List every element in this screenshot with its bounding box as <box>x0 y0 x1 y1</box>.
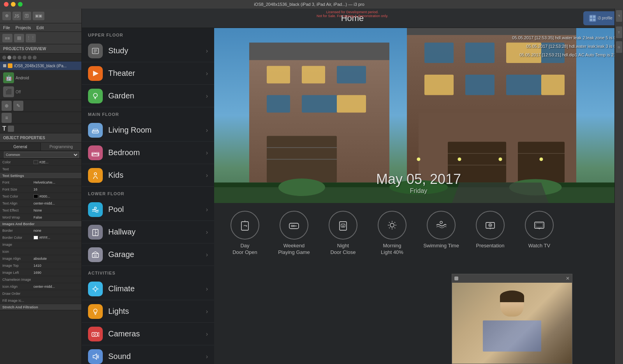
project-item[interactable]: iOS8_2048x1536_black (iPa... <box>0 61 81 70</box>
tab-programming[interactable]: Programming <box>41 143 81 150</box>
svg-rect-71 <box>241 222 248 230</box>
tool-icon-a[interactable]: ⊕ <box>2 101 12 111</box>
obj-props-title: OBJECT PROPERTIES <box>3 136 45 140</box>
tool-icon-b[interactable]: ✎ <box>13 101 23 111</box>
living-room-chevron: › <box>206 127 208 134</box>
tab-circle-3[interactable] <box>12 56 16 60</box>
scene-weekend-playing[interactable]: WeekendPlaying Game <box>273 211 315 256</box>
tab-general[interactable]: General <box>0 143 41 150</box>
menu-edit[interactable]: Edit <box>36 25 44 30</box>
svg-point-69 <box>499 158 502 161</box>
right-panel-btn-3[interactable]: G <box>616 41 622 53</box>
nav-item-hallway[interactable]: Hallway › <box>82 221 214 243</box>
right-panel-btn-1[interactable]: P <box>616 10 622 22</box>
window-title: iOS8_2048x1536_black (iPad 3, iPad Air, … <box>254 2 364 7</box>
profile-button[interactable]: i3 profile <box>583 11 618 25</box>
svg-point-64 <box>278 178 325 196</box>
text-tool[interactable] <box>8 126 14 132</box>
video-close-btn[interactable]: ✕ <box>566 276 570 281</box>
ide-tool-1[interactable]: ⊕ <box>2 12 11 20</box>
kids-label: Kids <box>108 171 201 180</box>
lights-chevron: › <box>206 308 208 315</box>
bedroom-chevron: › <box>206 149 208 156</box>
svg-rect-58 <box>518 142 565 183</box>
nav-item-climate[interactable]: Climate › <box>82 278 214 300</box>
nav-item-garage[interactable]: Garage › <box>82 243 214 266</box>
tab-circle-1[interactable] <box>2 56 6 60</box>
svg-point-27 <box>94 309 97 312</box>
hallway-chevron: › <box>206 229 208 236</box>
nav-item-lights[interactable]: Lights › <box>82 300 214 323</box>
date-day: Friday <box>376 187 461 194</box>
scene-watch-tv[interactable]: Watch TV <box>518 211 561 249</box>
project-label: iOS8_2048x1536_black (iPa... <box>14 64 67 68</box>
living-room-icon <box>88 123 103 138</box>
log-line-3: 05.05.2017 [12:53:21] hdl.dip1:AC Auto T… <box>512 51 616 59</box>
nav-item-pool[interactable]: Pool › <box>82 198 214 221</box>
scene-day-door-open[interactable]: DayDoor Open <box>224 211 266 256</box>
svg-point-15 <box>94 173 97 175</box>
log-overlay: 05.05.2017 [12:53:35] hdl.water leak 2:l… <box>512 33 616 59</box>
nav-item-study[interactable]: Study › <box>82 40 214 62</box>
scene-morning-light[interactable]: MorningLight 40% <box>371 211 414 256</box>
common-dropdown[interactable]: Common <box>4 152 79 158</box>
svg-rect-38 <box>302 66 325 84</box>
upper-floor-label: UPPER FLOOR <box>82 28 214 40</box>
pool-label: Pool <box>108 205 201 214</box>
theater-icon <box>88 66 103 81</box>
maximize-btn[interactable] <box>18 2 23 7</box>
nav-item-kids[interactable]: Kids › <box>82 164 214 187</box>
svg-point-68 <box>458 158 461 161</box>
nav-item-living-room[interactable]: Living Room › <box>82 119 214 142</box>
toolbar-btn-3[interactable]: ⋮⋮ <box>26 34 36 42</box>
hallway-label: Hallway <box>108 228 201 236</box>
nav-item-theater[interactable]: Theater › <box>82 62 214 85</box>
tab-circle-2[interactable] <box>7 56 11 60</box>
svg-point-22 <box>94 287 97 290</box>
ide-tool-3[interactable]: ⚿ <box>23 12 31 20</box>
nav-item-bedroom[interactable]: Bedroom › <box>82 142 214 164</box>
theater-label: Theater <box>108 69 201 78</box>
date-main: May 05, 2017 <box>376 171 461 187</box>
climate-label: Climate <box>108 284 201 293</box>
svg-rect-42 <box>337 95 366 113</box>
activities-label: ACTIVITIES <box>82 266 214 278</box>
svg-line-90 <box>389 228 390 228</box>
menu-projects[interactable]: Projects <box>16 25 31 30</box>
svg-rect-52 <box>424 75 454 95</box>
scene-weekend-label: WeekendPlaying Game <box>278 243 310 256</box>
scene-presentation[interactable]: Presentation <box>469 211 512 249</box>
profile-btn-label: i3 profile <box>598 16 612 20</box>
toolbar-btn-2[interactable]: ▤ <box>14 34 24 42</box>
nav-item-cameras[interactable]: Cameras › <box>82 323 214 345</box>
svg-rect-49 <box>465 43 495 63</box>
svg-rect-37 <box>267 66 290 84</box>
close-btn[interactable] <box>4 2 9 7</box>
side-icon-android[interactable]: 🤖 <box>3 72 14 83</box>
tab-circle-4[interactable] <box>18 56 21 60</box>
scene-swimming[interactable]: Swimming Time <box>420 211 463 249</box>
sound-chevron: › <box>206 353 208 360</box>
ide-tool-4[interactable]: ▣▣ <box>33 12 44 20</box>
menu-file[interactable]: File <box>3 25 10 30</box>
toolbar-btn-1[interactable]: ≡≡ <box>2 34 12 42</box>
svg-rect-53 <box>465 75 495 95</box>
video-icon-box <box>454 276 458 280</box>
garden-chevron: › <box>206 93 208 100</box>
side-icon-off[interactable]: ⬛ <box>3 86 14 97</box>
right-panel-btn-2[interactable]: T <box>616 26 622 38</box>
date-overlay: May 05, 2017 Friday <box>376 171 461 194</box>
house-image: 05.05.2017 [12:53:35] hdl.water leak 2:l… <box>214 28 623 203</box>
tool-icon-c[interactable]: ≡ <box>2 113 12 123</box>
svg-rect-36 <box>249 43 389 60</box>
nav-item-garden[interactable]: Garden › <box>82 85 214 107</box>
tab-circle-5[interactable] <box>23 56 26 60</box>
ide-tool-2[interactable]: JS <box>12 12 21 20</box>
tab-circle-7[interactable] <box>33 56 37 60</box>
scene-night-door-close[interactable]: NightDoor Close <box>322 211 364 256</box>
lights-icon <box>88 304 103 319</box>
nav-item-sound[interactable]: Sound › <box>82 345 214 364</box>
minimize-btn[interactable] <box>11 2 16 7</box>
svg-point-18 <box>96 232 97 233</box>
tab-circle-6[interactable] <box>28 56 32 60</box>
